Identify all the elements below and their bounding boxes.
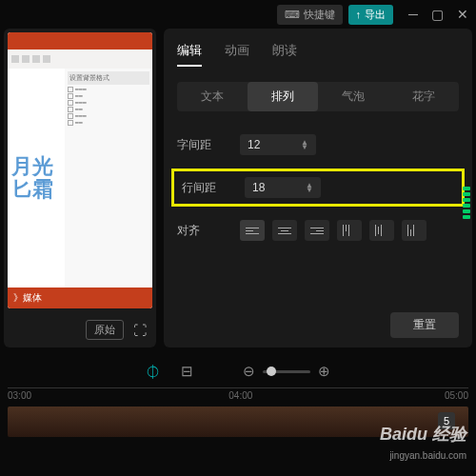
keyboard-icon: ⌨ [285, 9, 300, 21]
char-spacing-row: 字间距 12 ▲▼ [177, 134, 459, 155]
original-size-button[interactable]: 原始 [86, 320, 124, 340]
line-spacing-row: 行间距 18 ▲▼ [182, 177, 454, 198]
align-v-left-button[interactable] [337, 220, 362, 241]
format-panel-title: 设置背景格式 [68, 71, 149, 85]
preview-thumbnail[interactable]: 月光 匕霜 设置背景格式 ━━━ ━━ ━━━ ━━ ━━━ ━━ 》媒体 [8, 32, 152, 308]
subtab-fancy[interactable]: 花字 [388, 82, 459, 111]
line-spacing-highlight: 行间距 18 ▲▼ [171, 169, 465, 207]
tab-read[interactable]: 朗读 [272, 42, 297, 67]
ppt-footer: 》媒体 [8, 288, 152, 308]
fullscreen-icon[interactable]: ⛶ [133, 323, 147, 338]
spinner-arrows-icon[interactable]: ▲▼ [306, 183, 313, 192]
align-buttons [240, 220, 426, 241]
shortcut-label: 快捷键 [304, 8, 335, 22]
char-spacing-value: 12 [248, 138, 260, 151]
tab-animation[interactable]: 动画 [225, 42, 249, 67]
align-v-center-button[interactable] [369, 220, 394, 241]
subtab-bubble[interactable]: 气泡 [318, 82, 388, 111]
timeline-ruler[interactable]: 03:00 04:00 05:00 [8, 387, 468, 405]
align-center-button[interactable] [272, 220, 297, 241]
line-spacing-label: 行间距 [182, 180, 231, 196]
timeline-tools: ⏀ ⊟ ⊖ ⊕ [8, 363, 468, 380]
zoom-in-icon[interactable]: ⊕ [318, 363, 330, 380]
shortcut-button[interactable]: ⌨ 快捷键 [277, 5, 343, 25]
ppt-slide: 月光 匕霜 [8, 69, 65, 288]
spinner-arrows-icon[interactable]: ▲▼ [301, 140, 308, 149]
align-label: 对齐 [177, 223, 227, 239]
ppt-format-panel: 设置背景格式 ━━━ ━━ ━━━ ━━ ━━━ ━━ [65, 69, 152, 288]
subtab-text[interactable]: 文本 [177, 82, 248, 111]
window-controls: ─ ▢ ✕ [408, 7, 468, 22]
ruler-mark: 03:00 [8, 390, 31, 401]
line-spacing-spinner[interactable]: 18 ▲▼ [245, 177, 321, 198]
preview-panel: 月光 匕霜 设置背景格式 ━━━ ━━ ━━━ ━━ ━━━ ━━ 》媒体 原始… [4, 29, 156, 347]
tab-edit[interactable]: 编辑 [177, 42, 202, 67]
slide-text-2: 匕霜 [11, 178, 61, 201]
line-spacing-value: 18 [252, 181, 265, 194]
ppt-titlebar [8, 32, 152, 50]
main-area: 月光 匕霜 设置背景格式 ━━━ ━━ ━━━ ━━ ━━━ ━━ 》媒体 原始… [0, 29, 476, 347]
maximize-icon[interactable]: ▢ [431, 7, 444, 22]
close-icon[interactable]: ✕ [457, 7, 468, 22]
ruler-mark: 04:00 [228, 390, 252, 401]
align-row: 对齐 [177, 220, 459, 241]
align-v-right-button[interactable] [402, 220, 426, 241]
minimize-icon[interactable]: ─ [408, 7, 418, 22]
watermark: Baidu 经验 [380, 423, 466, 446]
export-button[interactable]: ↑ 导出 [348, 5, 394, 25]
main-tabs: 编辑 动画 朗读 [177, 38, 459, 76]
char-spacing-spinner[interactable]: 12 ▲▼ [240, 134, 316, 155]
zoom-out-icon[interactable]: ⊖ [243, 363, 255, 380]
char-spacing-label: 字间距 [177, 137, 227, 153]
zoom-controls: ⊖ ⊕ [243, 363, 330, 380]
zoom-slider[interactable] [263, 370, 310, 373]
audio-level-meter [463, 95, 470, 219]
preview-controls: 原始 ⛶ [4, 312, 156, 347]
subtab-arrange[interactable]: 排列 [248, 82, 318, 111]
align-left-button[interactable] [240, 220, 265, 241]
ppt-ribbon [8, 50, 152, 69]
align-right-button[interactable] [305, 220, 329, 241]
ruler-mark: 05:00 [445, 390, 468, 401]
properties-panel: 编辑 动画 朗读 文本 排列 气泡 花字 字间距 12 ▲▼ 行间距 18 ▲▼ [164, 29, 472, 347]
export-label: 导出 [365, 8, 386, 22]
sub-tabs: 文本 排列 气泡 花字 [177, 82, 459, 111]
titlebar: ⌨ 快捷键 ↑ 导出 ─ ▢ ✕ [0, 0, 476, 29]
watermark-sub: jingyan.baidu.com [389, 450, 466, 461]
reset-button[interactable]: 重置 [390, 312, 459, 338]
split-icon[interactable]: ⊟ [181, 363, 193, 380]
slide-text-1: 月光 [11, 155, 61, 178]
export-icon: ↑ [356, 9, 362, 20]
magnet-icon[interactable]: ⏀ [146, 364, 160, 380]
